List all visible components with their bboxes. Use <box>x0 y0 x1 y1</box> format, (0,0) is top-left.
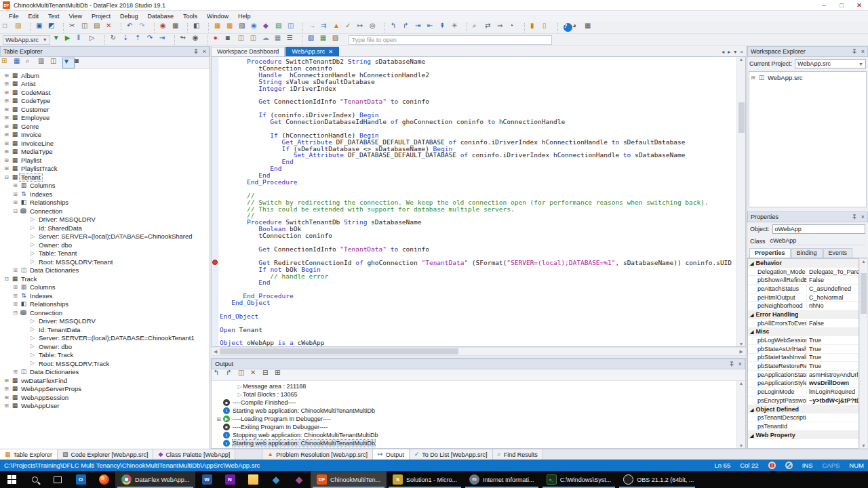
prev-message-icon[interactable]: ↰ <box>214 369 226 380</box>
dock-tab-table-explorer[interactable]: ▦Table Explorer <box>0 449 58 460</box>
menu-item-project[interactable]: Project <box>87 12 115 21</box>
expander-icon[interactable]: ⊞ <box>3 165 10 171</box>
expander-icon[interactable]: ⊞ <box>749 75 757 81</box>
class-palette-icon[interactable]: ◆ <box>263 22 275 33</box>
new-table-icon[interactable]: ⊞ <box>1 58 14 68</box>
taskbar-solution-window-button[interactable]: SSolution1 - Micro... <box>387 471 463 488</box>
expander-icon[interactable]: ⊞ <box>3 378 10 384</box>
expander-icon[interactable]: ⊞ <box>3 98 10 104</box>
expander-icon[interactable]: ⊞ <box>3 131 10 138</box>
pin-icon[interactable] <box>852 49 857 54</box>
list-view-icon[interactable]: ☰ <box>287 35 299 45</box>
property-row-pstenantdescription[interactable]: psTenantDescription <box>748 413 859 422</box>
scroll-right-icon[interactable]: ▶ <box>740 349 743 354</box>
expander-icon[interactable]: ⊞ <box>3 140 10 146</box>
current-project-combobox[interactable]: WebApp.src ▼ <box>795 59 866 68</box>
scroll-down-icon[interactable]: ▼ <box>861 443 866 448</box>
expander-icon[interactable]: ⊟ <box>3 174 10 180</box>
code-area[interactable]: Procedure SwitchTenantDb2 String sDataba… <box>220 58 736 346</box>
property-row-pbstateasurlhash[interactable]: pbStateAsUrlHashTrue <box>748 345 859 354</box>
expander-icon[interactable]: ⊞ <box>12 199 19 205</box>
tree-item-webappsession[interactable]: ⊞▦WebAppSession <box>0 393 210 402</box>
output-message-list[interactable]: ▷Message area : 211188▷Total Blocks : 13… <box>212 381 736 448</box>
expander-icon[interactable]: ⊞ <box>12 182 19 188</box>
property-row-peattachstatus[interactable]: peAttachStatusC_asUndefined <box>748 285 859 293</box>
property-value[interactable]: C_hoNormal <box>806 294 859 301</box>
tree-item-tenant[interactable]: ⊟▦Tenant <box>0 173 210 182</box>
scroll-left-icon[interactable]: ◀ <box>214 349 217 354</box>
properties-tab-binding[interactable]: Binding <box>791 248 823 258</box>
paste-icon[interactable]: ▤ <box>94 22 106 33</box>
tree-item-server-server-local-database-c[interactable]: ▷Server: SERVER=(local);DATABASE=Chinook… <box>0 334 210 343</box>
output-item[interactable]: ⊞▶----Loading Program In Debugger---- <box>212 415 736 423</box>
object-field[interactable]: oWebApp <box>772 224 865 234</box>
taskbar-iis-window-button[interactable]: IISInternet Informati... <box>463 471 540 488</box>
expander-icon[interactable]: ⊞ <box>12 369 19 375</box>
step-out-icon[interactable]: ⇡ <box>135 35 147 45</box>
bookmark-clear-icon[interactable]: ⇞ <box>439 22 452 33</box>
editor-tab-webapp-src[interactable]: WebApp.src✕ <box>285 47 339 56</box>
tree-item-driver-mssqldrv[interactable]: ▷Driver: MSSQLDRV <box>0 216 210 224</box>
editor-horizontal-scrollbar[interactable]: ◀ ▶ <box>211 347 746 356</box>
project-selector[interactable]: WebApp.src▼ <box>3 35 50 45</box>
output-item[interactable]: iStopping web application: ChinookMultiT… <box>212 431 736 439</box>
tree-item-indexes[interactable]: ⊞⇅Indexes <box>0 291 210 300</box>
close-tab-icon[interactable]: ✕ <box>328 49 333 55</box>
expander-icon[interactable]: ⊞ <box>3 73 10 79</box>
expander-icon[interactable]: ⊞ <box>216 416 222 422</box>
menu-item-debug[interactable]: Debug <box>115 12 143 21</box>
scroll-down-icon[interactable]: ▼ <box>739 342 744 346</box>
pin-icon[interactable] <box>729 361 734 367</box>
tree-item-columns[interactable]: ⊞▥Columns <box>0 182 210 190</box>
web-preview-icon[interactable]: ◉ <box>251 22 263 33</box>
tree-item-invoice[interactable]: ⊞▦Invoice <box>0 131 210 140</box>
property-row-pstenantid[interactable]: psTenantId <box>748 422 859 431</box>
property-row-pbshowallrefinderro[interactable]: pbShowAllRefindErroFalse <box>748 276 859 285</box>
copy-icon[interactable]: ◫ <box>81 22 94 33</box>
tree-item-track[interactable]: ⊟▦Track <box>0 274 210 283</box>
scroll-down-icon[interactable]: ▼ <box>739 443 744 448</box>
minimize-button[interactable]: – <box>815 0 833 10</box>
filter-icon[interactable]: ▼ <box>62 58 75 68</box>
scrollbar-thumb[interactable] <box>220 348 458 354</box>
expander-icon[interactable]: ⊞ <box>3 394 10 401</box>
close-icon[interactable]: × <box>861 214 865 220</box>
expander-icon[interactable]: ⊟ <box>12 208 19 214</box>
goto-back-icon[interactable]: ↰ <box>391 22 403 33</box>
expander-icon[interactable]: ⊞ <box>12 267 19 273</box>
expander-icon[interactable]: ⊞ <box>12 284 19 290</box>
output-item[interactable]: ▷Message area : 211188 <box>212 382 736 390</box>
menu-item-tools[interactable]: Tools <box>178 12 202 21</box>
menu-item-database[interactable]: Database <box>142 12 178 21</box>
print-icon[interactable]: ▦ <box>172 22 184 33</box>
tree-item-owner-dbo[interactable]: ▷Owner: dbo <box>0 342 210 351</box>
tree-item-connection[interactable]: ⊟Connection <box>0 308 210 317</box>
tree-item-driver-mssqldrv[interactable]: ▷Driver: MSSQLDRV <box>0 317 210 326</box>
property-row-delegation_mode[interactable]: Delegation_ModeDelegate_To_Parent <box>748 268 859 277</box>
dock-tab-find-results[interactable]: ⌕Find Results <box>493 449 543 460</box>
breakpoint-list-icon[interactable]: ◙ <box>226 35 238 45</box>
bookmark-list-icon[interactable]: ▯ <box>542 22 555 33</box>
taskbar-search-button[interactable] <box>23 471 46 488</box>
breakpoint-gutter[interactable] <box>212 57 218 346</box>
tree-item-data-dictionaries[interactable]: ⊞◫Data Dictionaries <box>0 266 210 275</box>
call-stack-icon[interactable]: ☁ <box>262 35 275 45</box>
taskbar-cmd-window-button[interactable]: >_C:\Windows\Syst... <box>540 471 618 488</box>
dock-tab-problem-resolution-webapp-sr[interactable]: ▲Problem Resolution [WebApp.src] <box>262 449 373 460</box>
table-editor-icon[interactable]: ▦ <box>320 35 332 45</box>
expander-icon[interactable]: ⊟ <box>3 276 10 282</box>
scroll-up-icon[interactable]: ▲ <box>861 259 866 264</box>
tree-item-id-shareddata[interactable]: ▷Id: SharedData <box>0 224 210 232</box>
scroll-up-icon[interactable]: ▲ <box>739 57 744 62</box>
property-value[interactable]: True <box>806 337 859 344</box>
tree-item-root-mssqldrv-track[interactable]: ▷Root: MSSQLDRV:Track <box>0 359 210 368</box>
tree-item-artist[interactable]: ⊞▦Artist <box>0 80 210 89</box>
expand-all-icon[interactable]: ⊞ <box>275 369 287 380</box>
output-item[interactable]: iStarting web application: ChinookMultiT… <box>212 439 736 447</box>
dock-tab-code-explorer-webapp-src-[interactable]: ▨Code Explorer [WebApp.src] <box>58 449 153 460</box>
view-grid-icon[interactable]: ▦ <box>585 22 597 33</box>
collapse-all-icon[interactable]: ⊟ <box>262 369 275 380</box>
tree-item-server-server-local-database-c[interactable]: ▷Server: SERVER=(local);DATABASE=Chinook… <box>0 232 210 241</box>
threads-window-icon[interactable]: ▦ <box>275 35 287 45</box>
taskbar-task-view-button[interactable] <box>46 471 69 488</box>
